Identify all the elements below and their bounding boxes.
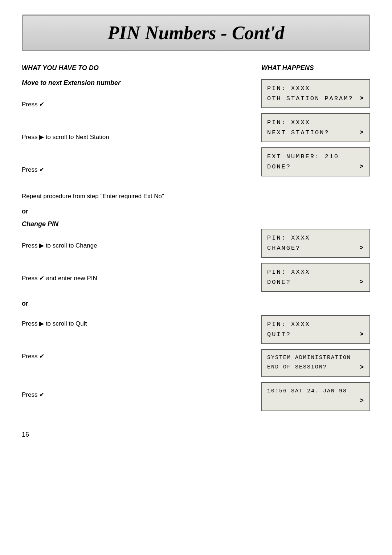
lcd-3-chevron: >	[359, 162, 364, 172]
lcd-7-line1: SYSTEM ADMINISTRATION	[267, 354, 364, 362]
lcd-6-chevron: >	[359, 329, 364, 340]
lcd-display-6: PIN: XXXX QUIT? >	[261, 315, 370, 344]
page-title: PIN Numbers - Cont'd	[34, 22, 358, 44]
lcd-2-line2: NEXT STATION? >	[267, 127, 364, 138]
press-check-1-text: Press ✔	[22, 101, 44, 108]
instruction-1: Press ✔	[22, 93, 250, 122]
instruction-change-1: Press ▶ to scroll to Change	[22, 234, 250, 264]
lcd-display-3: EXT NUMBER: 210 DONE? >	[261, 147, 370, 176]
lcd-7-chevron: >	[360, 362, 364, 373]
lcd-4-line1: PIN: XXXX	[267, 233, 364, 243]
lcd-display-4: PIN: XXXX CHANGE? >	[261, 229, 370, 258]
lcd-5-line2: DONE? >	[267, 277, 364, 287]
repeat-note: Repeat procedure from step "Enter requir…	[22, 191, 250, 201]
right-col-header: WHAT HAPPENS	[261, 64, 370, 72]
press-check-quit-text: Press ✔	[22, 353, 44, 360]
lcd-3-line1: EXT NUMBER: 210	[267, 152, 364, 162]
section-move-subtitle: Move to next Extension number	[22, 79, 250, 87]
page-container: PIN Numbers - Cont'd WHAT YOU HAVE TO DO…	[22, 15, 370, 438]
lcd-8-line1: 10:56 SAT 24. JAN 98	[267, 387, 364, 396]
or-label-2: or	[22, 300, 250, 307]
lcd-4-chevron: >	[359, 243, 364, 253]
instruction-3: Press ✔	[22, 159, 250, 188]
section-change-subtitle: Change PIN	[22, 220, 250, 228]
press-check-2-text: Press ✔	[22, 166, 44, 173]
lcd-1-line1: PIN: XXXX	[267, 83, 364, 93]
lcd-1-line2: OTH STATION PARAM? >	[267, 93, 364, 104]
right-column: WHAT HAPPENS PIN: XXXX OTH STATION PARAM…	[261, 64, 370, 416]
press-arrow-next-station-text: Press ▶ to scroll to Next Station	[22, 134, 109, 140]
instruction-quit-3: Press ✔	[22, 384, 250, 413]
press-arrow-change-text: Press ▶ to scroll to Change	[22, 242, 97, 249]
lcd-display-2: PIN: XXXX NEXT STATION? >	[261, 113, 370, 142]
lcd-1-chevron: >	[359, 93, 364, 104]
lcd-8-chevron: >	[360, 396, 364, 406]
instruction-2: Press ▶ to scroll to Next Station	[22, 126, 250, 155]
page-number: 16	[22, 431, 370, 438]
lcd-display-8: 10:56 SAT 24. JAN 98 >	[261, 382, 370, 411]
press-arrow-quit-text: Press ▶ to scroll to Quit	[22, 320, 87, 327]
lcd-display-5: PIN: XXXX DONE? >	[261, 263, 370, 292]
lcd-7-line2: END OF SESSION? >	[267, 362, 364, 373]
page-title-box: PIN Numbers - Cont'd	[22, 15, 370, 51]
lcd-8-line2: >	[267, 396, 364, 406]
press-check-enter-pin-text: Press ✔ and enter new PIN	[22, 275, 97, 282]
lcd-6-line1: PIN: XXXX	[267, 319, 364, 329]
lcd-3-line2: DONE? >	[267, 162, 364, 172]
press-check-final-text: Press ✔	[22, 391, 44, 398]
lcd-2-chevron: >	[359, 127, 364, 138]
instruction-change-2: Press ✔ and enter new PIN	[22, 267, 250, 296]
lcd-2-line1: PIN: XXXX	[267, 118, 364, 127]
left-col-header: WHAT YOU HAVE TO DO	[22, 64, 250, 72]
instruction-quit-1: Press ▶ to scroll to Quit	[22, 313, 250, 342]
right-spacer-1	[261, 181, 370, 229]
or-label-1: or	[22, 208, 250, 215]
lcd-display-1: PIN: XXXX OTH STATION PARAM? >	[261, 79, 370, 108]
lcd-5-chevron: >	[359, 277, 364, 287]
instruction-quit-2: Press ✔	[22, 345, 250, 380]
lcd-display-7: SYSTEM ADMINISTRATION END OF SESSION? >	[261, 349, 370, 377]
left-column: WHAT YOU HAVE TO DO Move to next Extensi…	[22, 64, 250, 416]
columns-layout: WHAT YOU HAVE TO DO Move to next Extensi…	[22, 64, 370, 416]
lcd-4-line2: CHANGE? >	[267, 243, 364, 253]
lcd-6-line2: QUIT? >	[267, 329, 364, 340]
lcd-5-line1: PIN: XXXX	[267, 267, 364, 277]
right-spacer-2	[261, 297, 370, 315]
